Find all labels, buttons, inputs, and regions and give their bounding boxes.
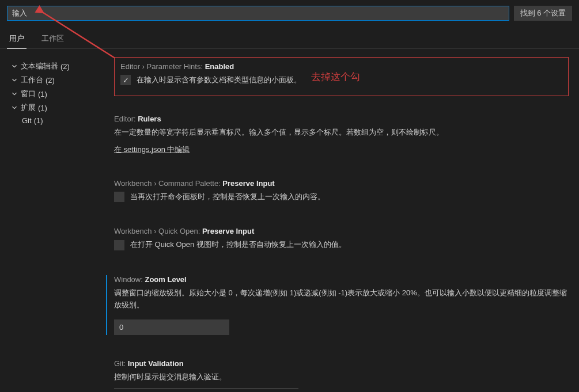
setting-name: Preserve Input — [202, 227, 254, 235]
setting-name: Zoom Level — [145, 275, 186, 284]
tree-label: 扩展 — [21, 102, 36, 113]
zoom-level-input[interactable] — [114, 319, 229, 335]
settings-tree: 文本编辑器 (2) 工作台 (2) 窗口 (1) 扩展 (1) Git (1) — [0, 49, 104, 389]
tab-user[interactable]: 用户 — [7, 29, 27, 49]
settings-search-input[interactable] — [7, 6, 509, 21]
setting-prefix: Editor: — [114, 115, 138, 123]
setting-name: Rulers — [138, 115, 161, 123]
checkbox-command-palette-preserve-input[interactable] — [114, 192, 124, 202]
tree-item-window[interactable]: 窗口 (1) — [10, 87, 104, 101]
search-results-count: 找到 6 个设置 — [514, 6, 572, 21]
tree-item-git[interactable]: Git (1) — [10, 115, 104, 127]
chevron-down-icon — [10, 62, 18, 70]
tree-item-workbench[interactable]: 工作台 (2) — [10, 73, 104, 87]
chevron-down-icon — [10, 76, 18, 84]
tree-label: 文本编辑器 — [21, 61, 58, 71]
tree-label: 工作台 — [21, 75, 43, 85]
settings-content: Editor › Parameter Hints: Enabled 在输入时显示… — [104, 49, 579, 389]
tree-count: (2) — [46, 76, 55, 85]
tab-workspace[interactable]: 工作区 — [39, 29, 66, 48]
setting-prefix: Workbench › Command Palette: — [114, 179, 222, 188]
setting-title: Window: Zoom Level — [114, 275, 569, 284]
chevron-down-icon — [10, 104, 18, 112]
setting-description: 在输入时显示含有参数文档和类型信息的小面板。 — [137, 74, 301, 86]
setting-description: 在一定数量的等宽字符后显示垂直标尺。输入多个值，显示多个标尺。若数组为空，则不绘… — [114, 127, 569, 139]
annotation-highlight-box: Editor › Parameter Hints: Enabled 在输入时显示… — [114, 57, 569, 96]
git-input-validation-select[interactable] — [114, 388, 298, 389]
edit-in-settings-json-link[interactable]: 在 settings.json 中编辑 — [114, 145, 190, 154]
setting-prefix: Git: — [114, 359, 128, 368]
settings-search-bar: 找到 6 个设置 — [0, 0, 579, 23]
tree-label: 窗口 — [21, 89, 36, 99]
setting-prefix: Workbench › Quick Open: — [114, 227, 202, 235]
tree-count: (1) — [38, 90, 47, 98]
setting-title: Editor › Parameter Hints: Enabled — [120, 62, 562, 71]
tree-label: Git — [22, 116, 32, 125]
setting-name: Input Validation — [128, 359, 184, 368]
chevron-down-icon — [10, 90, 18, 98]
tree-count: (1) — [34, 116, 43, 125]
setting-name: Enabled — [205, 62, 234, 71]
setting-description: 控制何时显示提交消息输入验证。 — [114, 371, 569, 383]
tree-item-extensions[interactable]: 扩展 (1) — [10, 101, 104, 115]
checkbox-parameter-hints-enabled[interactable] — [120, 75, 131, 85]
setting-title: Workbench › Quick Open: Preserve Input — [114, 227, 569, 235]
setting-description: 当再次打开命令面板时，控制是否恢复上一次输入的内容。 — [130, 191, 325, 203]
checkbox-quick-open-preserve-input[interactable] — [114, 240, 124, 250]
settings-scope-tabs: 用户 工作区 — [0, 23, 579, 49]
setting-prefix: Window: — [114, 275, 145, 284]
setting-title: Git: Input Validation — [114, 359, 569, 368]
setting-title: Workbench › Command Palette: Preserve In… — [114, 179, 569, 188]
setting-description: 在打开 Quick Open 视图时，控制是否自动恢复上一次输入的值。 — [130, 239, 346, 251]
setting-description: 调整窗口的缩放级别。原始大小是 0，每次递增(例如 1)或递减(例如 -1)表示… — [114, 287, 569, 311]
tree-item-text-editor[interactable]: 文本编辑器 (2) — [10, 59, 104, 73]
setting-title: Editor: Rulers — [114, 115, 569, 123]
tree-count: (2) — [60, 62, 70, 71]
setting-name: Preserve Input — [222, 179, 274, 188]
setting-prefix: Editor › Parameter Hints: — [120, 62, 205, 71]
tree-count: (1) — [38, 104, 47, 112]
